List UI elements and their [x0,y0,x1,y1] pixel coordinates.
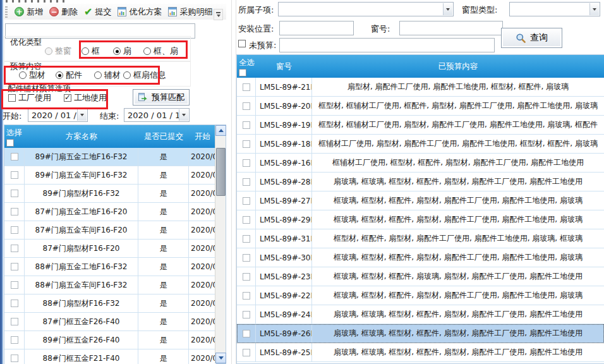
radio-option[interactable]: 整窗 [45,46,71,57]
window-table-row[interactable]: LM5L-89#-27F25 框玻璃, 框型材, 框配件, 扇型材, 扇配件工厂… [237,191,604,210]
row-checkbox[interactable] [11,355,18,362]
plan-table-row[interactable]: 89#门扇五金工地F16-F32 是 2020/0 [4,148,216,166]
row-checkbox[interactable] [11,208,18,215]
checkbox-option[interactable]: 工厂使用 [8,92,51,104]
row-checkbox[interactable] [11,226,18,234]
budget-match-button[interactable]: 预算匹配 [133,89,190,106]
row-checkbox[interactable] [243,292,250,300]
plan-table-row[interactable]: 87#门扇五金车间F16-F20 是 2020/0 [4,221,216,240]
row-checkbox[interactable] [11,300,18,307]
row-checkbox[interactable] [243,330,250,337]
radio-icon[interactable] [113,47,121,55]
window-no-input[interactable] [399,21,503,35]
scroll-down-button[interactable] [215,353,226,363]
delete-button[interactable]: − 删除 [46,5,81,19]
plan-table-row[interactable]: 88#门扇五金工地F16-F32 是 2020/0 [4,258,216,276]
plan-table-row[interactable]: 87#门扇五金工地F16-F20 是 2020/0 [4,203,216,221]
checkbox-option[interactable]: 工地使用 [64,92,107,104]
plan-table-scrollbar[interactable] [215,125,226,363]
date-start-picker[interactable]: 2020 / 01 / 1 [28,108,88,122]
window-table-row[interactable]: LM5L-89#-18F16 框辅材工厂使用, 扇型材, 扇配件工厂使用, 扇配… [237,135,604,154]
row-checkbox[interactable] [11,318,18,325]
plan-name-column-header[interactable]: 方案名称 [25,131,138,142]
plan-submitted-column-header[interactable]: 是否已提交 [138,131,189,142]
window-table-row[interactable]: LM5L-89#-16F15 框辅材工厂使用, 框型材, 框配件, 扇型材, 扇… [237,154,604,173]
window-table-row[interactable]: LM5L-89#-23F21 框玻璃, 框型材, 框配件, 扇玻璃, 扇型材, … [237,267,604,286]
row-checkbox[interactable] [11,153,18,161]
radio-option[interactable]: 框扇信息 [123,70,166,81]
window-table-row[interactable]: LM5L-89#-22F20 框玻璃, 框型材, 框配件, 扇型材, 扇配件工厂… [237,286,604,305]
radio-option[interactable]: 框 [82,46,100,57]
date-start-dropdown-button[interactable] [77,109,87,121]
radio-option[interactable]: 配件 [56,70,82,81]
row-checkbox[interactable] [11,263,18,270]
date-end-dropdown-button[interactable] [179,109,188,121]
window-table-row[interactable]: LM5L-89#-19F17 框型材, 框辅材工厂使用, 扇型材, 扇配件工厂使… [237,116,604,135]
scroll-up-button[interactable] [215,125,226,136]
window-table-row[interactable]: LM5L-89#-26F24 扇玻璃, 框玻璃, 框型材, 框配件, 扇型材, … [237,324,604,343]
plan-table-row[interactable]: 89#门扇五金车间F16-F32 是 2020/0 [4,166,216,185]
row-checkbox[interactable] [11,245,18,252]
plan-start-column-header[interactable]: 开始 [189,131,216,142]
row-checkbox[interactable] [243,83,250,91]
row-checkbox[interactable] [243,178,250,186]
toolbar-overflow-button[interactable] [214,9,223,20]
window-no-column-header[interactable]: 窗号 [256,61,312,72]
radio-icon[interactable] [45,47,52,55]
row-checkbox[interactable] [243,197,250,205]
install-pos-input[interactable] [279,21,354,35]
radio-icon[interactable] [143,47,151,55]
row-checkbox[interactable] [243,121,250,129]
toolbar-grip[interactable] [5,6,8,18]
date-end-picker[interactable]: 2020 / 01 / 13 [124,108,190,122]
no-budget-checkbox[interactable] [238,40,246,47]
checkbox-icon[interactable] [64,94,71,102]
sub-item-dropdown-button[interactable] [443,3,452,15]
radio-option[interactable]: 框、扇 [143,46,178,57]
row-checkbox[interactable] [11,171,18,179]
window-table-row[interactable]: LM5L-89#-20F18 框型材, 框辅材工厂使用, 框配件, 扇型材, 扇… [237,97,604,116]
no-budget-input[interactable] [279,38,495,52]
sub-item-combobox[interactable] [278,2,454,16]
select-all-checkbox[interactable] [239,69,246,76]
radio-icon[interactable] [82,47,89,55]
window-type-combobox[interactable] [509,2,600,16]
radio-icon[interactable] [94,71,102,79]
window-table-row[interactable]: LM5L-89#-28F26 扇玻璃, 框玻璃, 框型材, 框配件, 扇型材, … [237,173,604,191]
plan-table-row[interactable]: 89#门框五金F26-F40 是 2020/0 [4,331,216,349]
row-checkbox[interactable] [11,190,18,197]
row-checkbox[interactable] [243,102,250,110]
window-table-row[interactable]: LM5L-89#-30F28 框玻璃, 框型材, 框配件, 扇型材, 扇配件工厂… [237,248,604,267]
plan-table-row[interactable]: 89#门扇型材F16-F32 是 2020/0 [4,185,216,203]
radio-option[interactable]: 型材 [19,70,45,81]
radio-option[interactable]: 扇 [113,46,131,57]
window-table-row[interactable]: LM5L-89#-21F19 扇型材, 扇配件工厂使用, 扇配件工地使用, 框型… [237,78,604,97]
scrollbar-thumb[interactable] [216,148,226,196]
row-checkbox[interactable] [243,140,250,148]
row-checkbox[interactable] [11,336,18,344]
row-checkbox[interactable] [243,235,250,243]
plan-table-row[interactable]: 87#门框五金F26-F40 是 2020/0 [4,313,216,331]
row-checkbox[interactable] [243,349,250,356]
query-button[interactable]: 查询 [501,28,562,48]
plan-table-row[interactable]: 88#门扇五金车间F16-F32 是 2020/0 [4,276,216,294]
window-type-dropdown-button[interactable] [589,3,599,15]
row-checkbox[interactable] [243,159,250,167]
row-checkbox[interactable] [243,311,250,318]
submit-button[interactable]: ✔ 提交 [81,5,114,19]
row-checkbox[interactable] [11,281,18,289]
radio-icon[interactable] [123,71,131,79]
plan-table-row[interactable]: 87#门扇型材F16-F20 是 2020/0 [4,240,216,258]
panel-splitter[interactable] [231,0,236,364]
window-table-row[interactable]: LM5L-89#-25F23 扇玻璃, 框玻璃, 框型材, 框配件, 扇型材, … [237,343,604,362]
radio-icon[interactable] [19,71,27,79]
radio-icon[interactable] [56,71,63,79]
plan-select-all-checkbox[interactable] [6,139,14,147]
add-button[interactable]: + 新增 [11,5,46,19]
row-checkbox[interactable] [243,216,250,224]
window-table-row[interactable]: LM5L-89#-24F22 扇玻璃, 框玻璃, 框型材, 框配件, 扇型材, … [237,305,604,324]
optimize-plan-button[interactable]: 优化方案 [114,5,165,19]
checkbox-icon[interactable] [8,94,16,102]
plan-table-row[interactable]: 88#门扇型材F16-F32 是 2020/0 [4,294,216,313]
window-table-row[interactable]: LM5L-89#-31F29 框型材, 框配件, 扇型材, 扇配件工厂使用, 扇… [237,229,604,248]
